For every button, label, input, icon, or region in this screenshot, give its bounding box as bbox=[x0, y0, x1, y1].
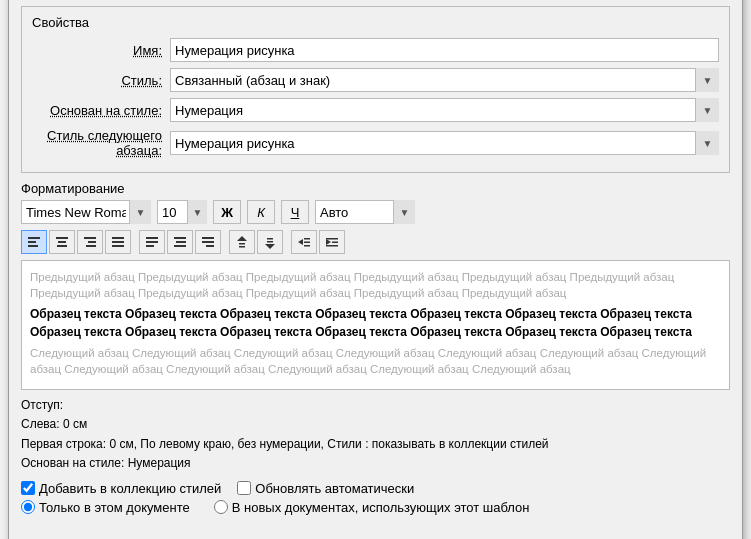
style-select[interactable]: Связанный (абзац и знак) bbox=[170, 68, 719, 92]
preview-sample: Образец текста Образец текста Образец те… bbox=[30, 305, 721, 341]
font-select-wrapper: Times New Roman ▼ bbox=[21, 200, 151, 224]
align-right-btn[interactable] bbox=[77, 230, 103, 254]
svg-marker-21 bbox=[237, 236, 247, 241]
info-left: Слева: 0 см bbox=[21, 415, 730, 434]
dialog-footer: Формат ▼ ОК Отмена bbox=[9, 533, 742, 539]
svg-rect-25 bbox=[267, 241, 273, 243]
based-on-select-wrapper: Нумерация ▼ bbox=[170, 98, 719, 122]
add-to-collection-checkbox[interactable] bbox=[21, 481, 35, 495]
svg-marker-31 bbox=[326, 239, 331, 245]
align-left-icon bbox=[27, 235, 41, 249]
svg-rect-11 bbox=[112, 245, 124, 247]
next-para-select-wrapper: Нумерация рисунка ▼ bbox=[170, 131, 719, 155]
underline-button[interactable]: Ч bbox=[281, 200, 309, 224]
svg-rect-16 bbox=[176, 241, 186, 243]
svg-rect-23 bbox=[239, 246, 245, 248]
svg-rect-15 bbox=[174, 237, 186, 239]
align-dist3-btn[interactable] bbox=[195, 230, 221, 254]
svg-marker-27 bbox=[298, 239, 303, 245]
svg-rect-6 bbox=[84, 237, 96, 239]
create-style-dialog: Создание стиля ? ✕ Свойства Имя: Стиль: … bbox=[8, 0, 743, 539]
align-center-btn[interactable] bbox=[49, 230, 75, 254]
this-doc-item[interactable]: Только в этом документе bbox=[21, 500, 190, 515]
new-docs-item[interactable]: В новых документах, использующих этот ша… bbox=[214, 500, 530, 515]
new-docs-radio[interactable] bbox=[214, 500, 228, 514]
radio-row: Только в этом документе В новых документ… bbox=[21, 500, 730, 515]
align-right-icon bbox=[83, 235, 97, 249]
svg-rect-30 bbox=[304, 245, 310, 247]
based-on-label: Основан на стиле: bbox=[32, 103, 162, 118]
svg-rect-33 bbox=[332, 242, 338, 244]
name-row: Имя: bbox=[32, 38, 719, 62]
alignment-row bbox=[21, 230, 730, 254]
svg-rect-28 bbox=[304, 238, 310, 240]
align-justify-icon bbox=[111, 235, 125, 249]
bottom-options: Добавить в коллекцию стилей Обновлять ав… bbox=[21, 481, 730, 515]
based-on-row: Основан на стиле: Нумерация ▼ bbox=[32, 98, 719, 122]
color-select[interactable]: Авто bbox=[315, 200, 415, 224]
info-section: Отступ: Слева: 0 см Первая строка: 0 см,… bbox=[21, 396, 730, 473]
new-docs-label: В новых документах, использующих этот ша… bbox=[232, 500, 530, 515]
auto-update-checkbox[interactable] bbox=[237, 481, 251, 495]
add-to-collection-item[interactable]: Добавить в коллекцию стилей bbox=[21, 481, 221, 496]
svg-rect-2 bbox=[28, 245, 38, 247]
svg-rect-14 bbox=[146, 245, 154, 247]
this-doc-label: Только в этом документе bbox=[39, 500, 190, 515]
properties-section: Свойства Имя: Стиль: Связанный (абзац и … bbox=[21, 6, 730, 173]
svg-marker-26 bbox=[265, 244, 275, 249]
indent-increase-icon bbox=[325, 235, 339, 249]
svg-rect-3 bbox=[56, 237, 68, 239]
info-first-line: Первая строка: 0 см, По левому краю, без… bbox=[21, 435, 730, 454]
align-justify-btn[interactable] bbox=[105, 230, 131, 254]
line-spacing-down-icon bbox=[263, 235, 277, 249]
align-dist-icon bbox=[145, 235, 159, 249]
svg-rect-7 bbox=[88, 241, 96, 243]
check-row: Добавить в коллекцию стилей Обновлять ав… bbox=[21, 481, 730, 496]
info-based-on: Основан на стиле: Нумерация bbox=[21, 454, 730, 473]
style-label: Стиль: bbox=[32, 73, 162, 88]
svg-rect-4 bbox=[58, 241, 66, 243]
svg-rect-32 bbox=[326, 238, 338, 240]
align-dist2-btn[interactable] bbox=[167, 230, 193, 254]
svg-rect-34 bbox=[326, 245, 338, 247]
align-left-btn[interactable] bbox=[21, 230, 47, 254]
svg-rect-1 bbox=[28, 241, 36, 243]
name-input[interactable] bbox=[170, 38, 719, 62]
name-label: Имя: bbox=[32, 43, 162, 58]
preview-next: Следующий абзац Следующий абзац Следующи… bbox=[30, 345, 721, 377]
align-dist3-icon bbox=[201, 235, 215, 249]
info-indent-label: Отступ: bbox=[21, 396, 730, 415]
style-select-wrapper: Связанный (абзац и знак) ▼ bbox=[170, 68, 719, 92]
style-row: Стиль: Связанный (абзац и знак) ▼ bbox=[32, 68, 719, 92]
svg-rect-18 bbox=[202, 237, 214, 239]
align-dist-btn[interactable] bbox=[139, 230, 165, 254]
indent-decrease-btn[interactable] bbox=[291, 230, 317, 254]
next-para-label: Стиль следующего абзаца: bbox=[32, 128, 162, 158]
italic-button[interactable]: К bbox=[247, 200, 275, 224]
indent-increase-btn[interactable] bbox=[319, 230, 345, 254]
svg-rect-5 bbox=[57, 245, 67, 247]
based-on-wrapper: Нумерация ▼ bbox=[170, 98, 719, 122]
auto-update-item[interactable]: Обновлять автоматически bbox=[237, 481, 414, 496]
next-para-select[interactable]: Нумерация рисунка bbox=[170, 131, 719, 155]
align-dist2-icon bbox=[173, 235, 187, 249]
line-spacing-up-btn[interactable] bbox=[229, 230, 255, 254]
font-row: Times New Roman ▼ 10 ▼ Ж К Ч Авто bbox=[21, 200, 730, 224]
dialog-body: Свойства Имя: Стиль: Связанный (абзац и … bbox=[9, 0, 742, 533]
this-doc-radio[interactable] bbox=[21, 500, 35, 514]
next-para-row: Стиль следующего абзаца: Нумерация рисун… bbox=[32, 128, 719, 158]
preview-previous: Предыдущий абзац Предыдущий абзац Предыд… bbox=[30, 269, 721, 301]
bold-button[interactable]: Ж bbox=[213, 200, 241, 224]
auto-update-label: Обновлять автоматически bbox=[255, 481, 414, 496]
svg-rect-17 bbox=[174, 245, 186, 247]
preview-area: Предыдущий абзац Предыдущий абзац Предыд… bbox=[21, 260, 730, 390]
size-select-wrapper: 10 ▼ bbox=[157, 200, 207, 224]
align-center-icon bbox=[55, 235, 69, 249]
line-spacing-up-icon bbox=[235, 235, 249, 249]
svg-rect-12 bbox=[146, 237, 158, 239]
based-on-select[interactable]: Нумерация bbox=[170, 98, 719, 122]
properties-title: Свойства bbox=[32, 15, 719, 30]
line-spacing-down-btn[interactable] bbox=[257, 230, 283, 254]
size-select[interactable]: 10 bbox=[157, 200, 207, 224]
font-select[interactable]: Times New Roman bbox=[21, 200, 151, 224]
